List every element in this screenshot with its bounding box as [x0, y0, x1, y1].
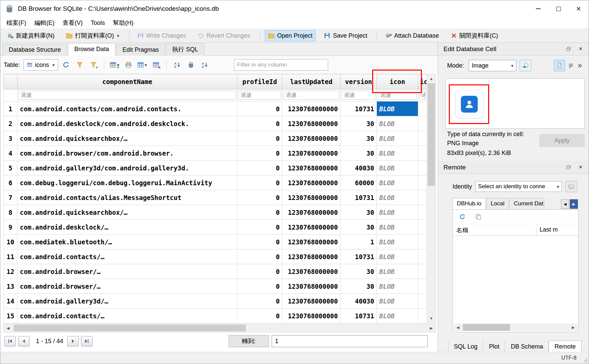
- tab-execute-sql[interactable]: 執行 SQL: [166, 43, 204, 56]
- chevron-down-icon[interactable]: ▾: [145, 63, 147, 68]
- dock-tab-remote[interactable]: Remote: [549, 340, 581, 353]
- column-header-componentname[interactable]: componentName: [17, 74, 237, 89]
- open-database-button[interactable]: 打開資料庫(O) ▾: [63, 30, 122, 42]
- menu-view[interactable]: 查看(V): [58, 17, 87, 28]
- tab-scroll-right-button[interactable]: ▶: [570, 199, 578, 209]
- cell-version[interactable]: 30: [341, 205, 377, 220]
- filter-input[interactable]: 過濾: [378, 91, 417, 100]
- encoding-indicator[interactable]: UTF-8: [561, 355, 577, 361]
- table-selector[interactable]: icons ▾: [24, 59, 58, 71]
- scroll-down-icon[interactable]: ▼: [427, 314, 436, 323]
- binary-view-button[interactable]: [565, 60, 577, 71]
- row-number[interactable]: 1: [4, 102, 17, 116]
- identity-selector[interactable]: Select an identity to conne ▾: [475, 181, 562, 192]
- first-page-button[interactable]: [4, 336, 16, 347]
- cell-overflow[interactable]: [418, 249, 427, 264]
- horizontal-scrollbar-thumb[interactable]: [14, 325, 246, 331]
- cell-icon[interactable]: BLOB: [377, 146, 418, 161]
- cell-lastupdated[interactable]: 1230768000000: [282, 116, 341, 131]
- cell-overflow[interactable]: [418, 146, 427, 161]
- cell-version[interactable]: 30: [341, 220, 377, 235]
- scroll-left-icon[interactable]: ◀: [4, 324, 12, 332]
- cell-lastupdated[interactable]: 1230768000000: [282, 146, 341, 161]
- insert-record-button[interactable]: +▾: [109, 59, 121, 71]
- cell-lastupdated[interactable]: 1230768000000: [282, 205, 341, 220]
- cell-lastupdated[interactable]: 1230768000000: [282, 264, 341, 279]
- goto-button[interactable]: 轉到:: [229, 335, 269, 347]
- clear-filters-button[interactable]: [74, 59, 86, 71]
- cell-componentname[interactable]: com.android.browser/com.android.browser.: [17, 146, 237, 161]
- cell-overflow[interactable]: [418, 190, 427, 205]
- cell-componentname[interactable]: com.android.quicksearchbox/…: [17, 205, 237, 220]
- tab-scroll-left-button[interactable]: ◀: [561, 199, 569, 209]
- cell-lastupdated[interactable]: 1230768000000: [282, 161, 341, 175]
- row-number[interactable]: 8: [4, 205, 17, 220]
- dock-tab-db-schema[interactable]: DB Schema: [505, 340, 549, 353]
- float-panel-button[interactable]: [564, 45, 573, 53]
- cell-overflow[interactable]: [418, 131, 427, 146]
- cell-lastupdated[interactable]: 1230768000000: [282, 102, 341, 116]
- mode-selector[interactable]: Image ▾: [469, 60, 516, 71]
- menu-edit[interactable]: 編輯(E): [30, 17, 58, 28]
- dock-tab-sql-log[interactable]: SQL Log: [448, 340, 483, 353]
- cell-version[interactable]: 10731: [341, 190, 377, 205]
- delete-record-button[interactable]: ×: [150, 59, 162, 71]
- new-database-button[interactable]: 新建資料庫(N): [4, 30, 57, 42]
- row-number[interactable]: 15: [4, 309, 17, 323]
- cell-overflow[interactable]: [418, 116, 427, 131]
- resize-grip[interactable]: [583, 358, 588, 363]
- cell-icon[interactable]: BLOB: [377, 161, 418, 175]
- cell-version[interactable]: 30: [341, 146, 377, 161]
- cell-icon[interactable]: BLOB: [377, 309, 418, 323]
- cell-icon[interactable]: BLOB: [377, 205, 418, 220]
- cell-profileid[interactable]: 0: [237, 249, 282, 264]
- column-header-overflow[interactable]: ic: [418, 74, 427, 89]
- remote-refresh-button[interactable]: [456, 211, 468, 223]
- cell-icon[interactable]: BLOB: [377, 220, 418, 235]
- cell-componentname[interactable]: com.android.deskclock/com.android.deskcl…: [17, 116, 237, 131]
- cell-componentname[interactable]: com.android.contacts/alias.MessageShortc…: [17, 190, 237, 205]
- cell-componentname[interactable]: com.android.gallery3d/com.android.galler…: [17, 161, 237, 175]
- cell-profileid[interactable]: 0: [237, 175, 282, 190]
- tab-current-database[interactable]: Current Dat: [509, 198, 544, 210]
- row-number[interactable]: 14: [4, 294, 17, 309]
- cell-profileid[interactable]: 0: [237, 131, 282, 146]
- scroll-right-icon[interactable]: ▶: [569, 323, 578, 331]
- column-header-lastupdated[interactable]: lastUpdated: [282, 74, 341, 89]
- apply-button[interactable]: Apply: [540, 134, 585, 147]
- filter-options-button[interactable]: +: [87, 59, 100, 71]
- row-number[interactable]: 7: [4, 190, 17, 205]
- close-panel-button[interactable]: ×: [576, 163, 585, 172]
- save-view-button[interactable]: [171, 59, 183, 71]
- tab-browse-data[interactable]: Browse Data: [68, 43, 115, 56]
- cell-profileid[interactable]: 0: [237, 190, 282, 205]
- cell-icon[interactable]: BLOB: [377, 279, 418, 294]
- cell-lastupdated[interactable]: 1230768000000: [282, 175, 341, 190]
- cell-lastupdated[interactable]: 1230768000000: [282, 190, 341, 205]
- row-number[interactable]: 13: [4, 279, 17, 294]
- cell-lastupdated[interactable]: 1230768000000: [282, 220, 341, 235]
- minimize-button[interactable]: [528, 0, 548, 17]
- attach-database-button[interactable]: Attach Database: [382, 30, 442, 41]
- close-panel-button[interactable]: ×: [576, 45, 585, 53]
- horizontal-scrollbar[interactable]: ◀ ▶: [3, 324, 436, 332]
- cell-overflow[interactable]: [418, 235, 427, 249]
- cell-lastupdated[interactable]: 1230768000000: [282, 235, 341, 249]
- corner-header[interactable]: [4, 74, 17, 89]
- cell-overflow[interactable]: [418, 264, 427, 279]
- overflow-button[interactable]: »: [577, 61, 583, 70]
- cell-version[interactable]: 1: [341, 235, 377, 249]
- cell-lastupdated[interactable]: 1230768000000: [282, 294, 341, 309]
- column-header-icon[interactable]: icon: [377, 74, 418, 89]
- goto-record-input[interactable]: [272, 335, 428, 347]
- cell-profileid[interactable]: 0: [237, 161, 282, 175]
- cell-version[interactable]: 30: [341, 279, 377, 294]
- cell-profileid[interactable]: 0: [237, 294, 282, 309]
- cell-overflow[interactable]: [418, 102, 427, 116]
- cell-overflow[interactable]: [418, 175, 427, 190]
- cell-profileid[interactable]: 0: [237, 279, 282, 294]
- refresh-button[interactable]: [60, 59, 72, 71]
- duplicate-record-button[interactable]: ▾: [136, 59, 148, 71]
- cell-icon[interactable]: BLOB: [377, 116, 418, 131]
- cell-profileid[interactable]: 0: [237, 220, 282, 235]
